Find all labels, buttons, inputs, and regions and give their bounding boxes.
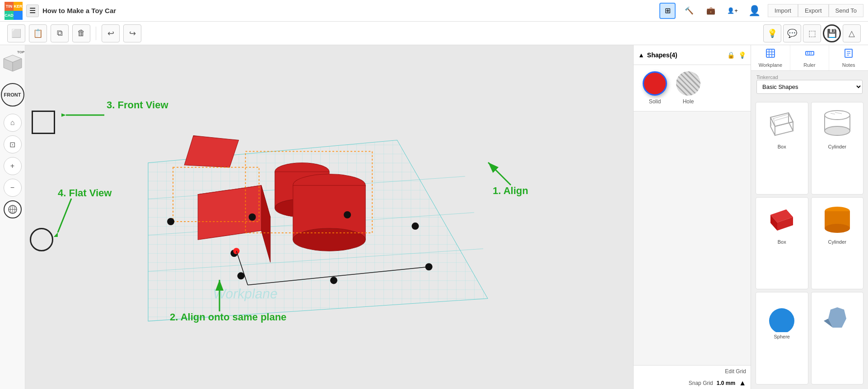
shape-card-cylinder-orange[interactable]: Cylinder	[811, 197, 864, 290]
shapes-icons: 🔒 💡	[727, 51, 746, 59]
triangle-view-btn[interactable]: △	[843, 24, 861, 42]
toolbar-right: 💡 💬 ⬚ 💾 △	[763, 24, 861, 42]
canvas-area[interactable]: Workplane	[25, 45, 633, 389]
project-icon: ☰	[26, 5, 39, 17]
topbar: TIN KER CAD ☰ How to Make a Toy Car ⊞ 🔨 …	[0, 0, 868, 22]
svg-point-65	[825, 111, 850, 120]
svg-line-69	[831, 113, 835, 114]
tinkercad-logo[interactable]: TIN KER CAD	[5, 2, 23, 20]
logo-n: CAD	[5, 11, 14, 20]
grid-view-btn[interactable]: ⊞	[659, 3, 676, 19]
import-btn[interactable]: Import	[768, 4, 798, 17]
ruler-tab[interactable]: Ruler	[790, 45, 830, 70]
shape-card-box-wireframe[interactable]: Box	[756, 102, 808, 194]
tinkercad-section: Tinkercad Basic Shapes	[751, 71, 868, 97]
redo-btn[interactable]: ↪	[123, 24, 141, 42]
chat-btn[interactable]: 💬	[783, 24, 801, 42]
add-person-btn[interactable]: 👤+	[724, 3, 741, 19]
perspective-btn[interactable]	[4, 200, 22, 218]
cylinder-wireframe-preview	[819, 106, 855, 142]
lock-icon[interactable]: 🔒	[727, 51, 735, 59]
svg-marker-15	[198, 185, 261, 240]
collapse-shapes-btn[interactable]: ▲	[638, 51, 644, 59]
svg-point-28	[411, 222, 419, 230]
box-wireframe-preview	[764, 106, 800, 142]
solid-option[interactable]: Solid	[643, 71, 667, 105]
ruler-icon	[804, 48, 815, 61]
logo-i: KER	[14, 2, 23, 11]
svg-marker-58	[770, 117, 775, 135]
cylinder-orange-preview	[819, 201, 855, 237]
shape-card-cylinder-wireframe[interactable]: Cylinder	[811, 102, 864, 194]
box-red-label: Box	[778, 239, 786, 245]
box-wireframe-label: Box	[778, 144, 786, 149]
snap-grid-arrow[interactable]: ▲	[739, 379, 746, 387]
workplane-tab[interactable]: Workplane	[751, 45, 790, 70]
snap-mode-btn[interactable]: ⬚	[803, 24, 821, 42]
right-panel: Workplane Ruler	[751, 45, 868, 389]
view-cube-svg: TOP	[0, 49, 25, 74]
sphere-blue-label: Sphere	[774, 334, 790, 339]
tools-btn[interactable]: 🔨	[681, 3, 697, 19]
shape-card-sphere-blue[interactable]: Sphere	[756, 292, 808, 384]
delete-btn[interactable]: 🗑	[72, 24, 90, 42]
save-btn[interactable]: 💾	[823, 24, 841, 42]
visibility-icon[interactable]: 💡	[738, 51, 746, 59]
solid-label: Solid	[649, 98, 661, 105]
paste-btn[interactable]: 📋	[29, 24, 47, 42]
undo-btn[interactable]: ↩	[102, 24, 120, 42]
svg-point-30	[330, 277, 337, 284]
svg-text:Workplane: Workplane	[212, 287, 279, 301]
snap-grid-row: Snap Grid 1.0 mm ▲	[634, 377, 751, 389]
new-workplane-btn[interactable]: ⬜	[7, 24, 25, 42]
snap-grid-label: Snap Grid	[689, 380, 713, 386]
unknown-shape-preview	[819, 296, 855, 332]
notes-tab[interactable]: Notes	[829, 45, 868, 70]
topbar-actions: Import Export Send To	[768, 4, 863, 17]
solid-circle[interactable]	[643, 71, 667, 96]
left-sidebar: TOP FRONT ⌂ ⊡ + −	[0, 45, 25, 389]
toolbar: ⬜ 📋 ⧉ 🗑 ↩ ↪ 💡 💬 ⬚ 💾 △	[0, 22, 868, 45]
duplicate-btn[interactable]: ⧉	[51, 24, 69, 42]
bulb-btn[interactable]: 💡	[763, 24, 781, 42]
svg-rect-44	[766, 49, 775, 57]
front-label: FRONT	[4, 92, 21, 97]
svg-text:TOP: TOP	[17, 50, 25, 54]
main-area: TOP FRONT ⌂ ⊡ + −	[0, 45, 868, 389]
zoom-in-btn[interactable]: +	[4, 157, 22, 175]
avatar-btn[interactable]: 👤	[746, 3, 762, 19]
toolbar-sep-1	[96, 27, 96, 40]
ruler-label: Ruler	[803, 62, 815, 68]
svg-point-25	[167, 218, 174, 225]
canvas-svg: Workplane	[25, 45, 633, 389]
shape-card-box-red[interactable]: Box	[756, 197, 808, 290]
svg-point-68	[825, 126, 850, 135]
zoom-out-btn[interactable]: −	[4, 179, 22, 197]
front-view-indicator[interactable]: FRONT	[1, 83, 24, 107]
shape-card-unknown[interactable]	[811, 292, 864, 384]
export-btn[interactable]: Export	[798, 4, 829, 17]
hole-label: Hole	[683, 98, 694, 105]
hole-circle[interactable]	[676, 71, 700, 96]
fit-btn[interactable]: ⊡	[4, 135, 22, 153]
edit-grid-btn[interactable]: Edit Grid	[634, 365, 751, 377]
right-panel-tabs: Workplane Ruler	[751, 45, 868, 71]
shapes-grid: Box Cylinder	[751, 97, 868, 389]
shapes-header: ▲ Shapes(4) 🔒 💡	[634, 45, 751, 65]
svg-point-77	[769, 308, 794, 332]
svg-line-70	[835, 112, 842, 114]
logo-k	[14, 11, 23, 20]
project-title: How to Make a Toy Car	[42, 7, 656, 14]
shapes-title: Shapes(4)	[647, 51, 677, 59]
topbar-right: ⊞ 🔨 💼 👤+ 👤 Import Export Send To	[659, 3, 863, 19]
home-btn[interactable]: ⌂	[4, 114, 22, 132]
briefcase-btn[interactable]: 💼	[703, 3, 719, 19]
basic-shapes-select[interactable]: Basic Shapes	[756, 80, 863, 94]
svg-point-22	[293, 228, 365, 251]
svg-point-26	[249, 213, 256, 221]
tinkercad-label: Tinkercad	[756, 74, 863, 80]
logo-t: TIN	[5, 2, 14, 11]
workplane-icon	[765, 48, 776, 61]
hole-option[interactable]: Hole	[676, 71, 700, 105]
sendto-btn[interactable]: Send To	[829, 4, 863, 17]
